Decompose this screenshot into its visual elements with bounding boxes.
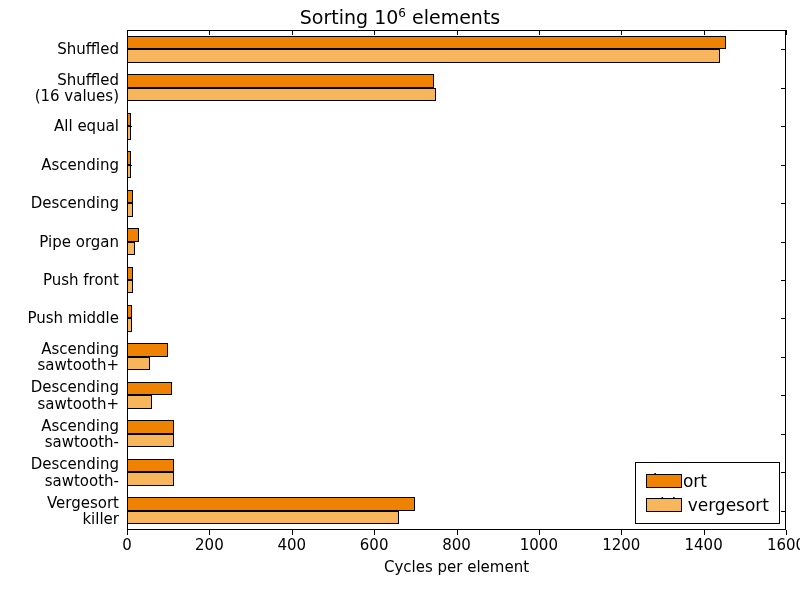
y-tick-label-11: Descendingsawtooth- <box>31 456 119 489</box>
legend: timsort with vergesort <box>635 462 780 524</box>
title-base: 10 <box>374 6 398 28</box>
chart-root: Sorting 106 elements Cycles per element … <box>0 0 800 597</box>
bar-with-vergesort-12 <box>127 511 399 524</box>
bar-timsort-8 <box>127 343 168 356</box>
bar-timsort-0 <box>127 36 726 49</box>
y-tick-label-10: Ascendingsawtooth- <box>41 417 119 450</box>
bar-with-vergesort-6 <box>127 280 133 293</box>
y-tick-label-12: Vergesortkiller <box>47 494 119 527</box>
y-tick-label-1: Shuffled(16 values) <box>35 71 119 104</box>
legend-swatch-timsort <box>646 474 682 488</box>
x-tick-label-1600: 1600 <box>767 536 800 554</box>
x-tick-label-1400: 1400 <box>685 536 723 554</box>
y-tick-label-8: Ascendingsawtooth+ <box>38 340 119 373</box>
bar-with-vergesort-3 <box>127 165 131 178</box>
y-tick-label-4: Descending <box>31 195 119 212</box>
bar-timsort-2 <box>127 113 131 126</box>
bar-with-vergesort-11 <box>127 472 174 485</box>
bar-timsort-5 <box>127 228 139 241</box>
y-tick-label-3: Ascending <box>41 156 119 173</box>
chart-title: Sorting 106 elements <box>0 6 800 28</box>
y-tick-label-6: Push front <box>43 272 119 289</box>
plot-area <box>127 30 786 530</box>
bar-with-vergesort-5 <box>127 242 135 255</box>
bar-with-vergesort-4 <box>127 203 133 216</box>
x-tick-label-400: 400 <box>277 536 306 554</box>
y-tick-label-0: Shuffled <box>57 41 119 58</box>
bar-timsort-1 <box>127 74 434 87</box>
bar-timsort-4 <box>127 190 133 203</box>
bar-timsort-7 <box>127 305 132 318</box>
x-tick-label-600: 600 <box>360 536 389 554</box>
x-tick-label-200: 200 <box>195 536 224 554</box>
bar-timsort-9 <box>127 382 172 395</box>
bar-with-vergesort-10 <box>127 434 174 447</box>
y-tick-label-5: Pipe organ <box>39 233 119 250</box>
bar-timsort-10 <box>127 420 174 433</box>
x-axis-label: Cycles per element <box>127 558 786 576</box>
legend-swatch-vergesort <box>646 498 682 512</box>
bar-timsort-12 <box>127 497 415 510</box>
bar-with-vergesort-2 <box>127 126 131 139</box>
title-exponent: 6 <box>398 6 406 20</box>
y-tick-label-7: Push middle <box>27 310 119 327</box>
bar-with-vergesort-9 <box>127 395 152 408</box>
title-suffix: elements <box>412 6 500 28</box>
x-tick-label-800: 800 <box>442 536 471 554</box>
legend-item-vergesort: with vergesort <box>646 493 769 517</box>
bar-with-vergesort-1 <box>127 88 436 101</box>
title-prefix: Sorting <box>300 6 374 28</box>
bar-timsort-3 <box>127 151 131 164</box>
bar-with-vergesort-0 <box>127 49 720 62</box>
legend-item-timsort: timsort <box>646 469 769 493</box>
bar-with-vergesort-7 <box>127 318 132 331</box>
y-tick-label-2: All equal <box>54 118 119 135</box>
bar-with-vergesort-8 <box>127 357 150 370</box>
x-tick-label-0: 0 <box>122 536 132 554</box>
y-tick-label-9: Descendingsawtooth+ <box>31 379 119 412</box>
x-tick-label-1200: 1200 <box>602 536 640 554</box>
x-tick-label-1000: 1000 <box>520 536 558 554</box>
bar-timsort-11 <box>127 459 174 472</box>
bar-timsort-6 <box>127 267 133 280</box>
